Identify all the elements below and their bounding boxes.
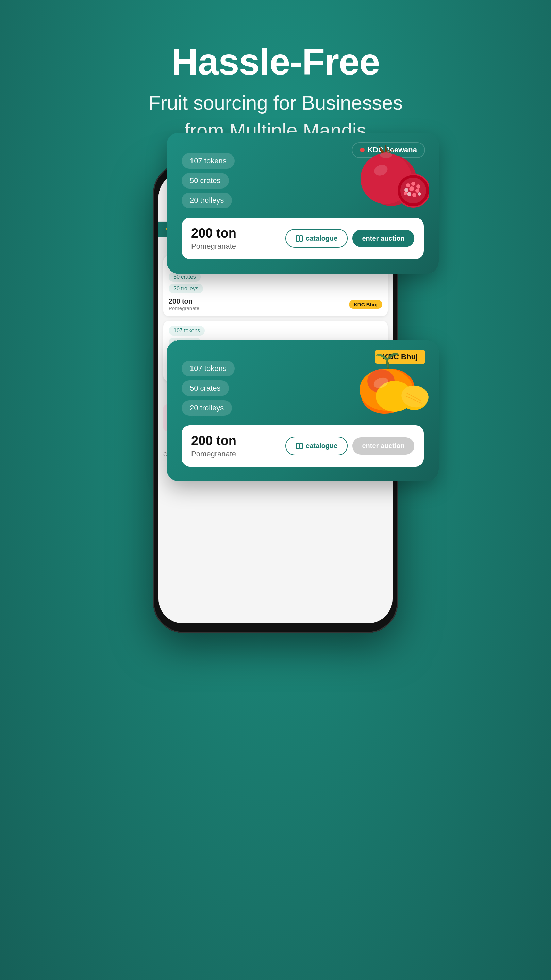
catalogue-icon-2 <box>295 442 303 450</box>
svg-point-20 <box>418 192 421 196</box>
catalogue-icon-1 <box>295 235 303 242</box>
card2-tags: 107 tokens 50 crates 20 trolleys <box>182 361 284 416</box>
enter-auction-button-1[interactable]: enter auction <box>353 230 414 247</box>
card1-info: 200 ton Pomegranate <box>191 226 237 251</box>
svg-point-11 <box>400 178 426 204</box>
svg-rect-33 <box>296 443 299 449</box>
card1-tag-crates: 50 crates <box>182 173 229 189</box>
pomegranate-image <box>347 140 429 208</box>
card1-tag-trolleys: 20 trolleys <box>182 192 232 208</box>
phone-card-1-variety: Pomegranate <box>169 305 199 311</box>
phone-tag-tokens-2: 107 tokens <box>169 326 205 336</box>
svg-rect-22 <box>296 236 299 241</box>
card1-bottom: 200 ton Pomegranate catalogue enter auct… <box>182 218 424 259</box>
card2-tag-tokens: 107 tokens <box>182 361 235 376</box>
card1-tags: 107 tokens 50 crates 20 trolleys <box>182 153 284 208</box>
svg-point-16 <box>409 186 414 191</box>
phone-card-1-kdc: KDC Bhuj <box>349 300 382 309</box>
card1-weight: 200 ton <box>191 226 237 240</box>
card1-buttons: catalogue enter auction <box>285 229 414 248</box>
phone-tag-trolleys-1: 20 trolleys <box>169 284 203 293</box>
svg-point-12 <box>406 183 410 188</box>
card1-variety: Pomegranate <box>191 242 237 251</box>
card2-weight: 200 ton <box>191 434 237 448</box>
svg-rect-23 <box>300 236 302 241</box>
catalogue-button-2[interactable]: catalogue <box>285 437 348 455</box>
svg-rect-34 <box>300 443 302 449</box>
card2-info: 200 ton Pomegranate <box>191 434 237 458</box>
floating-card-jeewana: KDC Jeewana 107 tokens 50 crates 20 trol… <box>167 133 439 274</box>
svg-point-7 <box>380 153 392 158</box>
card2-buttons: catalogue enter auction <box>285 437 414 455</box>
enter-auction-button-2[interactable]: enter auction <box>353 437 414 455</box>
card1-tag-tokens: 107 tokens <box>182 153 235 169</box>
card2-tag-crates: 50 crates <box>182 380 229 396</box>
svg-point-17 <box>415 189 419 192</box>
card2-tag-trolleys: 20 trolleys <box>182 400 232 416</box>
card2-bottom: 200 ton Pomegranate catalogue enter auct… <box>182 425 424 466</box>
svg-point-18 <box>407 192 411 196</box>
svg-point-15 <box>404 188 408 192</box>
svg-point-13 <box>411 182 415 186</box>
phone-card-1-weight: 200 ton <box>169 298 199 305</box>
mango-image <box>347 347 432 415</box>
hero-section: Hassle-Free Fruit sourcing for Businesse… <box>0 41 551 144</box>
svg-point-21 <box>404 192 407 195</box>
catalogue-button-1[interactable]: catalogue <box>285 229 348 248</box>
floating-card-bhuj: KDC Bhuj 107 tokens 50 crates 20 trolley… <box>167 340 439 482</box>
card2-variety: Pomegranate <box>191 450 237 458</box>
svg-point-19 <box>412 193 416 197</box>
hero-title: Hassle-Free <box>0 41 551 82</box>
svg-point-14 <box>416 185 421 189</box>
phone-card-1-bottom: 200 ton Pomegranate KDC Bhuj <box>169 298 382 311</box>
